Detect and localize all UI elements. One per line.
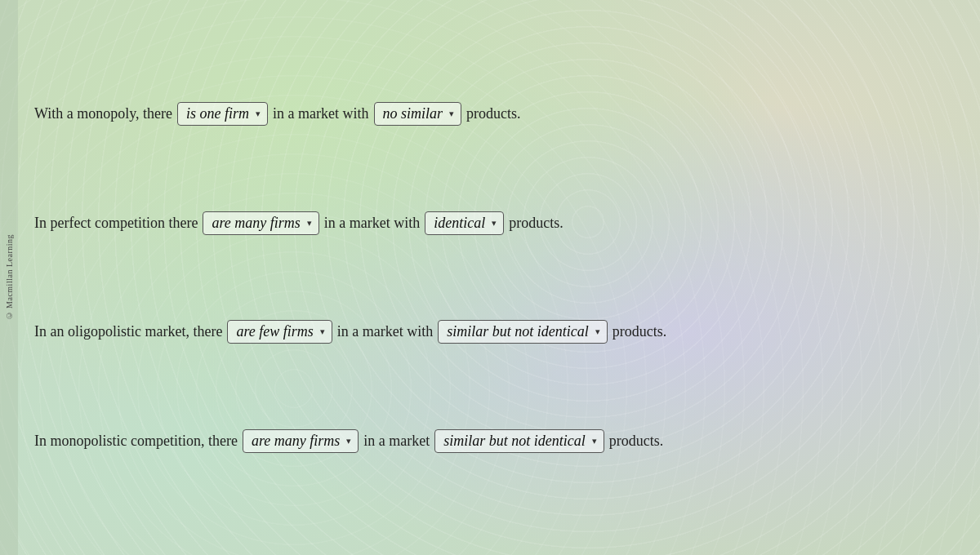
sentence-row-monopolistic-competition: In monopolistic competition, thereare ma…	[34, 429, 947, 453]
dropdown1-value-perfect-competition: are many firms	[212, 215, 300, 232]
prefix-monopoly: With a monopoly, there	[34, 105, 172, 122]
dropdown2-value-monopoly: no similar	[383, 105, 443, 122]
prefix-perfect-competition: In perfect competition there	[34, 215, 198, 232]
middle-text-oligopolistic: in a market with	[337, 323, 433, 340]
dropdown2-value-oligopolistic: similar but not identical	[447, 323, 589, 340]
suffix-monopoly: products.	[466, 105, 521, 122]
dropdown1-oligopolistic[interactable]: are few firms▾	[227, 320, 332, 344]
middle-text-perfect-competition: in a market with	[324, 215, 420, 232]
dropdown1-arrow-perfect-competition: ▾	[307, 218, 312, 229]
dropdown2-oligopolistic[interactable]: similar but not identical▾	[438, 320, 608, 344]
sentence-row-monopoly: With a monopoly, thereis one firm▾in a m…	[34, 102, 947, 126]
middle-text-monopolistic-competition: in a market	[363, 433, 430, 450]
prefix-monopolistic-competition: In monopolistic competition, there	[34, 433, 238, 450]
dropdown2-monopolistic-competition[interactable]: similar but not identical▾	[434, 429, 604, 453]
dropdown2-arrow-monopolistic-competition: ▾	[592, 436, 597, 446]
sentence-row-perfect-competition: In perfect competition thereare many fir…	[34, 211, 947, 235]
dropdown2-arrow-monopoly: ▾	[449, 109, 454, 119]
suffix-oligopolistic: products.	[612, 323, 667, 340]
sentence-row-oligopolistic: In an oligopolistic market, thereare few…	[34, 320, 947, 344]
main-content: With a monopoly, thereis one firm▾in a m…	[18, 0, 980, 555]
sidebar: © Macmillan Learning	[0, 0, 18, 555]
dropdown2-value-perfect-competition: identical	[434, 215, 485, 232]
dropdown1-value-monopoly: is one firm	[186, 105, 249, 122]
dropdown1-value-oligopolistic: are few firms	[236, 323, 313, 340]
dropdown2-arrow-oligopolistic: ▾	[595, 326, 600, 337]
dropdown2-monopoly[interactable]: no similar▾	[374, 102, 462, 126]
prefix-oligopolistic: In an oligopolistic market, there	[34, 323, 222, 340]
dropdown2-value-monopolistic-competition: similar but not identical	[443, 433, 586, 450]
dropdown1-monopolistic-competition[interactable]: are many firms▾	[243, 429, 359, 453]
middle-text-monopoly: in a market with	[273, 105, 368, 122]
dropdown1-arrow-monopoly: ▾	[256, 109, 261, 119]
sidebar-label: © Macmillan Learning	[5, 234, 14, 320]
suffix-monopolistic-competition: products.	[609, 433, 664, 450]
dropdown1-arrow-monopolistic-competition: ▾	[346, 436, 351, 446]
dropdown2-arrow-perfect-competition: ▾	[492, 218, 497, 229]
dropdown1-arrow-oligopolistic: ▾	[320, 326, 325, 337]
dropdown1-monopoly[interactable]: is one firm▾	[177, 102, 268, 126]
dropdown2-perfect-competition[interactable]: identical▾	[425, 211, 504, 235]
dropdown1-value-monopolistic-competition: are many firms	[252, 433, 340, 450]
suffix-perfect-competition: products.	[509, 215, 564, 232]
dropdown1-perfect-competition[interactable]: are many firms▾	[203, 211, 318, 235]
